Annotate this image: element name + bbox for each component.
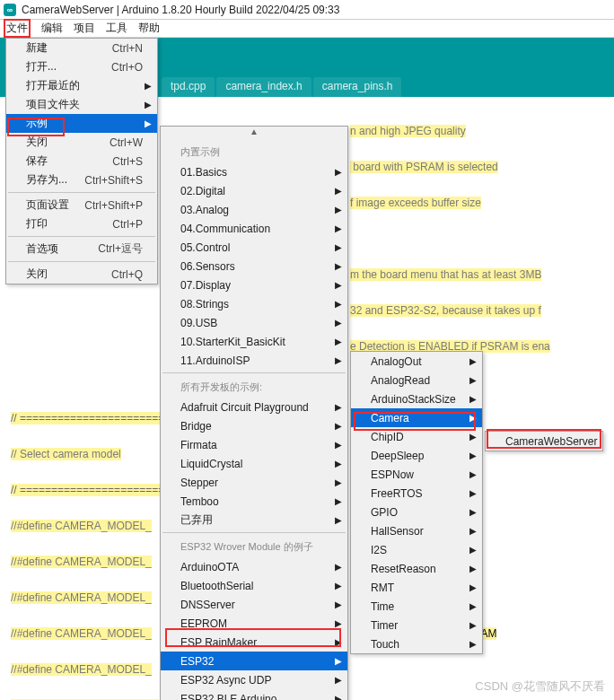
code-text: m the board menu that has at least 3MB [350,268,541,281]
watermark: CSDN @花雪随风不厌看 [475,678,605,695]
menu-item[interactable]: FreeRTOS▶ [351,484,482,503]
menu-item[interactable]: 09.USB▶ [161,313,347,332]
menu-item[interactable]: ResetReason▶ [351,559,482,578]
code-text: // Select camera model [11,448,121,460]
tab-file[interactable]: tpd.cpp [162,77,215,97]
menu-item[interactable]: BluetoothSerial▶ [161,576,347,595]
menu-item[interactable]: AnalogRead▶ [351,371,482,389]
file-menu: 新建Ctrl+N打开...Ctrl+O打开最近的▶项目文件夹▶示例▶关闭Ctrl… [5,38,158,284]
menu-item[interactable]: 另存为...Ctrl+Shift+S [6,171,157,189]
menu-item-camerawebserver[interactable]: CameraWebServer [486,432,602,451]
menu-item[interactable]: GPIO▶ [351,503,482,521]
menu-item[interactable]: Camera▶ [351,408,482,427]
menu-item[interactable]: 02.Digital▶ [161,181,347,200]
menu-item[interactable]: 10.StarterKit_BasicKit▶ [161,332,347,351]
examples-menu: ▲内置示例01.Basics▶02.Digital▶03.Analog▶04.C… [160,126,348,700]
menu-item[interactable]: 11.ArduinoISP▶ [161,351,347,370]
menu-item[interactable]: ESP RainMaker▶ [161,633,347,652]
menu-item[interactable]: 首选项Ctrl+逗号 [6,240,157,258]
menu-item[interactable]: Timer▶ [351,616,482,634]
menu-file[interactable]: 文件 [4,19,31,38]
menubar: 文件 编辑 项目 工具 帮助 [0,20,614,38]
menu-item[interactable]: ESP32 Async UDP▶ [161,670,347,689]
menu-item[interactable]: ArduinoStackSize▶ [351,389,482,408]
menu-item[interactable]: 示例▶ [6,114,157,133]
menu-item[interactable]: 01.Basics▶ [161,162,347,181]
menu-item[interactable]: EEPROM▶ [161,614,347,633]
menu-item[interactable]: ArduinoOTA▶ [161,557,347,576]
menu-item[interactable]: Touch▶ [351,634,482,653]
code-text: board with PSRAM is selected [350,161,498,173]
menu-help[interactable]: 帮助 [138,21,160,36]
menu-item[interactable]: RMT▶ [351,578,482,597]
menu-item[interactable]: 项目文件夹▶ [6,95,157,114]
menu-item[interactable]: 打开最近的▶ [6,76,157,95]
menu-sketch[interactable]: 项目 [74,21,95,36]
code-text: 32 and ESP32-S2, because it takes up f [350,304,541,317]
menu-item[interactable]: 页面设置Ctrl+Shift+P [6,196,157,214]
menu-item[interactable]: ESP32 BLE Arduino▶ [161,689,347,700]
menu-item[interactable]: DNSServer▶ [161,595,347,614]
menu-item[interactable]: 关闭Ctrl+W [6,133,157,152]
menu-item[interactable]: HallSensor▶ [351,521,482,540]
menu-item[interactable]: 04.Communication▶ [161,219,347,238]
menu-item[interactable]: Firmata▶ [161,435,347,454]
esp32-submenu: AnalogOut▶AnalogRead▶ArduinoStackSize▶Ca… [350,351,483,654]
menu-item[interactable]: Adafruit Circuit Playground▶ [161,398,347,416]
menu-item[interactable]: 03.Analog▶ [161,200,347,219]
menu-item[interactable]: 关闭Ctrl+Q [6,265,157,284]
menu-item[interactable]: 新建Ctrl+N [6,39,157,57]
window-title: CameraWebServer | Arduino 1.8.20 Hourly … [22,4,339,16]
menu-item[interactable]: Bridge▶ [161,416,347,435]
menu-item[interactable]: 05.Control▶ [161,238,347,257]
menu-item[interactable]: 已弃用▶ [161,511,347,529]
menu-item[interactable]: I2S▶ [351,540,482,559]
camera-submenu: CameraWebServer [485,431,603,451]
menu-item[interactable]: ESPNow▶ [351,465,482,484]
menu-item[interactable]: 08.Strings▶ [161,294,347,313]
arduino-icon: ∞ [4,4,16,16]
titlebar: ∞ CameraWebServer | Arduino 1.8.20 Hourl… [0,0,614,20]
menu-item[interactable]: 打开...Ctrl+O [6,57,157,76]
menu-item[interactable]: 06.Sensors▶ [161,257,347,276]
menu-item[interactable]: 打印Ctrl+P [6,214,157,233]
code-text: //#define CAMERA_MODEL_ [11,663,152,676]
menu-item[interactable]: ChipID▶ [351,427,482,446]
menu-item[interactable]: Temboo▶ [161,492,347,511]
menu-edit[interactable]: 编辑 [41,21,63,36]
tab-file[interactable]: camera_pins.h [313,77,402,97]
menu-item[interactable]: LiquidCrystal▶ [161,454,347,473]
menu-item[interactable]: 07.Display▶ [161,276,347,294]
tab-file[interactable]: camera_index.h [216,77,311,97]
code-text: //#define CAMERA_MODEL_ [11,556,152,568]
menu-item[interactable]: AnalogOut▶ [351,352,482,371]
code-text: //#define CAMERA_MODEL_ [11,591,152,604]
code-text: f image exceeds buffer size [350,197,481,209]
code-text: n and high JPEG quality [350,125,466,137]
menu-item[interactable]: Time▶ [351,597,482,616]
menu-item[interactable]: Stepper▶ [161,473,347,492]
code-text: //#define CAMERA_MODEL_ [11,627,152,640]
menu-tools[interactable]: 工具 [106,21,127,36]
menu-item[interactable]: DeepSleep▶ [351,446,482,465]
code-text: //#define CAMERA_MODEL_ [11,520,152,532]
menu-item[interactable]: 保存Ctrl+S [6,152,157,171]
menu-item[interactable]: ESP32▶ [161,652,347,670]
